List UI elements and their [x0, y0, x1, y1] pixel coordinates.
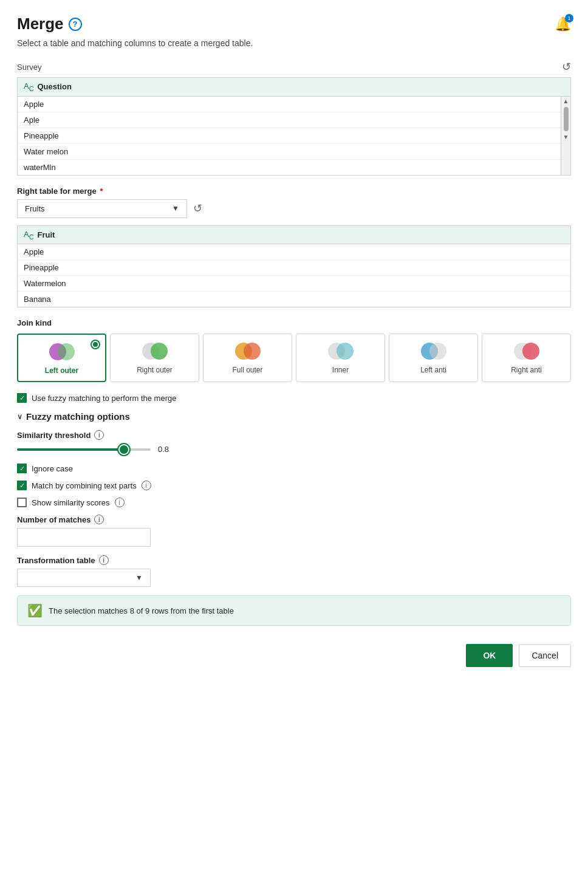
transformation-table-section: Transformation table i ▼: [17, 555, 571, 587]
slider-track[interactable]: [17, 448, 151, 451]
page-title: Merge: [17, 15, 64, 33]
left-table-rows: Apple Aple Pineapple Water melon waterMl…: [18, 97, 561, 175]
table-row[interactable]: Water melon: [18, 144, 561, 160]
ignore-case-row[interactable]: ✓ Ignore case: [17, 464, 571, 473]
venn-right-anti: [510, 340, 543, 362]
chevron-icon: ∨: [17, 413, 22, 421]
table-row[interactable]: Banana: [18, 292, 570, 307]
show-similarity-info-icon[interactable]: i: [115, 498, 125, 507]
fuzzy-matching-label: Use fuzzy matching to perform the merge: [32, 394, 176, 403]
status-success-icon: ✅: [27, 603, 43, 618]
match-combining-row[interactable]: ✓ Match by combining text parts i: [17, 481, 571, 490]
venn-left-anti: [417, 340, 450, 362]
table-row[interactable]: Apple: [18, 244, 570, 260]
similarity-info-icon[interactable]: i: [94, 430, 104, 440]
slider-value: 0.8: [158, 445, 169, 454]
right-col-icon: AC: [24, 230, 34, 241]
join-label-left-anti: Left anti: [420, 366, 446, 374]
join-card-right-anti[interactable]: Right anti: [482, 334, 571, 382]
dropdown-value: Fruits: [25, 204, 45, 213]
table-row[interactable]: Aple: [18, 112, 561, 128]
transform-info-icon[interactable]: i: [99, 555, 109, 565]
status-banner: ✅ The selection matches 8 of 9 rows from…: [17, 595, 571, 626]
table-row[interactable]: Pineapple: [18, 260, 570, 276]
ok-button[interactable]: OK: [466, 644, 513, 667]
join-card-inner[interactable]: Inner: [296, 334, 385, 382]
right-table-label: Right table for merge *: [17, 187, 571, 196]
fuzzy-section-title: ∨ Fuzzy matching options: [17, 411, 571, 422]
right-table-dropdown[interactable]: Fruits ▼: [17, 199, 187, 218]
table-row[interactable]: Watermelon: [18, 276, 570, 292]
right-table-container: AC Fruit Apple Pineapple Watermelon Bana…: [17, 225, 571, 308]
help-icon[interactable]: ?: [69, 18, 82, 31]
scroll-down-arrow[interactable]: ▼: [563, 134, 569, 140]
num-matches-info-icon[interactable]: i: [94, 515, 104, 524]
join-label-left-outer: Left outer: [45, 366, 78, 375]
similarity-threshold-label: Similarity threshold i: [17, 430, 571, 440]
required-marker: *: [100, 187, 103, 196]
chevron-down-icon: ▼: [172, 204, 179, 213]
join-card-left-anti[interactable]: Left anti: [389, 334, 478, 382]
left-table-label: Survey: [17, 63, 41, 72]
fuzzy-matching-row[interactable]: ✓ Use fuzzy matching to perform the merg…: [17, 393, 571, 403]
chevron-down-icon: ▼: [135, 573, 143, 582]
table-row[interactable]: Pineapple: [18, 128, 561, 144]
fuzzy-matching-checkbox[interactable]: ✓: [17, 393, 27, 403]
join-kind-label: Join kind: [17, 318, 571, 327]
match-combining-info-icon[interactable]: i: [142, 481, 151, 490]
svg-point-11: [522, 343, 539, 360]
svg-point-3: [151, 343, 168, 360]
bell-icon[interactable]: 🔔 1: [555, 16, 571, 32]
number-of-matches-section: Number of matches i: [17, 515, 571, 547]
join-label-right-anti: Right anti: [511, 366, 542, 374]
title-group: Merge ?: [17, 15, 82, 33]
radio-dot-left-outer: [91, 340, 100, 349]
checkmark-icon: ✓: [19, 482, 25, 490]
join-card-left-outer[interactable]: Left outer: [17, 334, 106, 382]
checkmark-icon: ✓: [19, 465, 25, 473]
match-combining-label: Match by combining text parts: [32, 481, 137, 490]
similarity-threshold-section: Similarity threshold i 0.8: [17, 430, 571, 454]
svg-point-9: [429, 343, 446, 360]
table-row[interactable]: Apple: [18, 97, 561, 112]
left-col-icon: AC: [24, 81, 34, 92]
slider-thumb[interactable]: [118, 444, 129, 455]
show-similarity-checkbox[interactable]: [17, 498, 27, 507]
ignore-case-checkbox[interactable]: ✓: [17, 464, 27, 473]
number-of-matches-input[interactable]: [17, 528, 151, 547]
svg-point-1: [58, 343, 75, 360]
cancel-button[interactable]: Cancel: [519, 644, 571, 667]
subtitle: Select a table and matching columns to c…: [17, 38, 571, 48]
join-label-full-outer: Full outer: [233, 366, 263, 374]
scroll-up-arrow[interactable]: ▲: [563, 98, 569, 104]
left-table-label-row: Survey ↺: [17, 60, 571, 74]
slider-row: 0.8: [17, 445, 571, 454]
venn-inner: [324, 340, 357, 362]
join-card-right-outer[interactable]: Right outer: [110, 334, 199, 382]
venn-left-outer: [46, 341, 78, 363]
left-table-container: AC Question Apple Aple Pineapple Water m…: [17, 77, 571, 176]
ignore-case-label: Ignore case: [32, 464, 73, 473]
left-col-label: Question: [38, 82, 72, 91]
dropdown-row: Fruits ▼ ↺: [17, 199, 571, 218]
scroll-thumb[interactable]: [564, 107, 569, 131]
venn-full-outer: [231, 340, 264, 362]
match-combining-checkbox[interactable]: ✓: [17, 481, 27, 490]
left-table-refresh-button[interactable]: ↺: [562, 60, 571, 74]
right-col-label: Fruit: [38, 230, 55, 239]
join-label-inner: Inner: [332, 366, 349, 374]
join-card-full-outer[interactable]: Full outer: [203, 334, 292, 382]
show-similarity-label: Show similarity scores: [32, 498, 110, 507]
venn-right-outer: [138, 340, 171, 362]
transformation-table-label: Transformation table i: [17, 555, 571, 565]
right-table-refresh-button[interactable]: ↺: [193, 202, 202, 215]
left-table-header: AC Question: [18, 78, 570, 97]
svg-point-7: [337, 343, 354, 360]
transformation-table-dropdown[interactable]: ▼: [17, 569, 151, 587]
bell-badge: 1: [565, 14, 573, 22]
number-of-matches-label: Number of matches i: [17, 515, 571, 524]
show-similarity-row[interactable]: Show similarity scores i: [17, 498, 571, 507]
header-row: Merge ? 🔔 1: [17, 15, 571, 33]
left-table-scrollbar[interactable]: ▲ ▼: [561, 97, 570, 175]
table-row[interactable]: waterMln: [18, 160, 561, 175]
